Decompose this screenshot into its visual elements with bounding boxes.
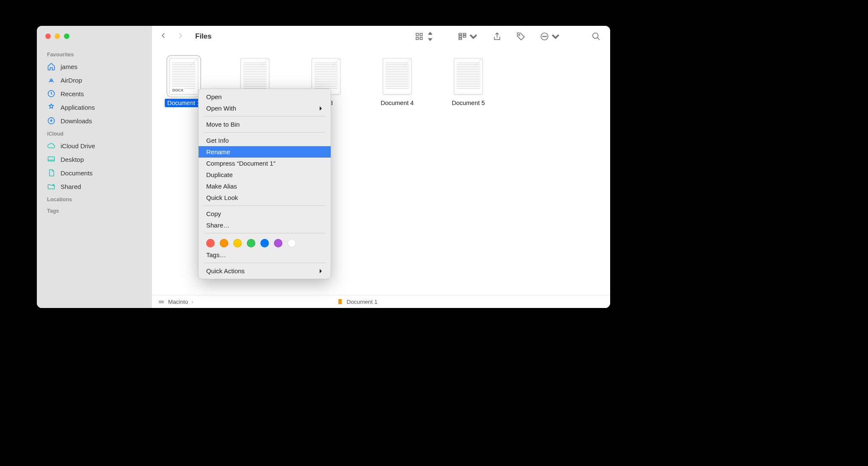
- menu-separator: [204, 116, 326, 116]
- menu-item-make-alias[interactable]: Make Alias: [199, 180, 331, 192]
- shared-folder-icon: [47, 182, 55, 191]
- tag-dot-orange[interactable]: [220, 239, 228, 247]
- menu-separator: [204, 233, 326, 233]
- menu-item-tags[interactable]: Tags…: [199, 249, 331, 261]
- sidebar-item-label: Applications: [61, 104, 95, 111]
- tag-dot-red[interactable]: [206, 239, 215, 247]
- view-mode-button[interactable]: [415, 32, 435, 41]
- file-label[interactable]: Document 1: [165, 99, 203, 107]
- sidebar-item-label: Desktop: [61, 156, 84, 163]
- sidebar-item-desktop[interactable]: Desktop: [37, 153, 152, 166]
- ellipsis-circle-icon: [540, 32, 549, 41]
- tag-button[interactable]: [516, 32, 525, 41]
- svg-rect-5: [416, 33, 419, 36]
- sidebar-item-applications[interactable]: Applications: [37, 100, 152, 114]
- sidebar-item-icloud-drive[interactable]: iCloud Drive: [37, 139, 152, 153]
- file-label[interactable]: Document 5: [449, 99, 487, 107]
- file-icon: DOCX: [169, 58, 198, 94]
- sidebar-item-documents[interactable]: Documents: [37, 166, 152, 180]
- svg-rect-10: [459, 36, 462, 37]
- tag-color-row: [199, 236, 331, 249]
- minimize-window-button[interactable]: [55, 33, 60, 39]
- menu-item-compress[interactable]: Compress “Document 1”: [199, 158, 331, 169]
- pathbar-file[interactable]: Document 1: [347, 299, 378, 305]
- file-label[interactable]: Document 4: [378, 99, 416, 107]
- svg-rect-3: [48, 157, 55, 161]
- sidebar-item-recents[interactable]: Recents: [37, 87, 152, 100]
- pathbar-disk[interactable]: Macinto: [168, 299, 188, 305]
- sidebar-section-favourites: Favourites: [37, 48, 152, 60]
- chevron-down-icon: [469, 32, 478, 41]
- pathbar: Macinto › Document 1: [152, 295, 610, 308]
- svg-rect-8: [420, 37, 423, 40]
- desktop-icon: [47, 155, 55, 164]
- menu-item-get-info[interactable]: Get Info: [199, 135, 331, 146]
- sidebar-section-locations: Locations: [37, 193, 152, 205]
- share-icon: [492, 32, 502, 41]
- group-button[interactable]: [458, 32, 478, 41]
- sidebar-item-label: Shared: [61, 183, 81, 190]
- forward-button[interactable]: [177, 32, 184, 41]
- group-icon: [458, 32, 467, 41]
- sidebar-item-home[interactable]: james: [37, 60, 152, 73]
- sidebar-item-label: james: [61, 63, 77, 70]
- menu-item-copy[interactable]: Copy: [199, 208, 331, 219]
- house-icon: [47, 62, 55, 71]
- sidebar-item-label: Downloads: [61, 117, 92, 125]
- menu-item-open-with[interactable]: Open With: [199, 103, 331, 114]
- search-button[interactable]: [592, 32, 601, 41]
- menu-item-quick-actions[interactable]: Quick Actions: [199, 265, 331, 277]
- airdrop-icon: [47, 76, 55, 84]
- sidebar-item-airdrop[interactable]: AirDrop: [37, 73, 152, 87]
- tag-icon: [516, 32, 525, 41]
- menu-item-move-to-bin[interactable]: Move to Bin: [199, 119, 331, 130]
- chevron-left-icon: [160, 32, 167, 39]
- menu-separator: [204, 132, 326, 133]
- tag-dot-none[interactable]: [287, 239, 296, 247]
- chevron-down-icon: [551, 32, 560, 41]
- toolbar: Files: [152, 26, 610, 47]
- svg-rect-9: [459, 33, 462, 35]
- tag-dot-yellow[interactable]: [233, 239, 242, 247]
- svg-point-18: [546, 36, 547, 37]
- tag-dot-purple[interactable]: [274, 239, 282, 247]
- svg-rect-20: [159, 300, 164, 303]
- svg-rect-21: [338, 299, 342, 304]
- menu-item-open[interactable]: Open: [199, 91, 331, 103]
- sidebar-item-label: AirDrop: [61, 77, 82, 84]
- svg-point-14: [519, 34, 520, 36]
- menu-item-quick-look[interactable]: Quick Look: [199, 192, 331, 203]
- disk-icon: [158, 298, 165, 305]
- svg-rect-12: [463, 33, 466, 35]
- svg-point-19: [593, 33, 598, 39]
- file-icon: [454, 58, 483, 94]
- grid-icon: [415, 32, 424, 41]
- zoom-window-button[interactable]: [64, 33, 69, 39]
- search-icon: [592, 32, 601, 41]
- close-window-button[interactable]: [45, 33, 51, 39]
- menu-item-share[interactable]: Share…: [199, 219, 331, 231]
- cloud-icon: [47, 141, 55, 150]
- sidebar-item-downloads[interactable]: Downloads: [37, 114, 152, 128]
- chevron-right-icon: [319, 269, 323, 274]
- menu-item-duplicate[interactable]: Duplicate: [199, 169, 331, 180]
- chevron-right-icon: [177, 32, 184, 39]
- updown-icon: [426, 32, 435, 41]
- sidebar-section-tags: Tags: [37, 205, 152, 216]
- download-icon: [47, 116, 55, 125]
- sidebar-item-label: Recents: [61, 90, 84, 97]
- applications-icon: [47, 103, 55, 111]
- menu-item-rename[interactable]: Rename: [199, 146, 331, 158]
- svg-rect-6: [420, 33, 423, 36]
- back-button[interactable]: [160, 32, 167, 41]
- sidebar-item-label: Documents: [61, 169, 93, 177]
- svg-point-16: [542, 36, 543, 37]
- share-button[interactable]: [492, 32, 502, 41]
- more-button[interactable]: [540, 32, 560, 41]
- tag-dot-blue[interactable]: [260, 239, 269, 247]
- sidebar-item-shared[interactable]: Shared: [37, 180, 152, 193]
- svg-point-17: [544, 36, 545, 37]
- file-item[interactable]: Document 5: [447, 58, 490, 107]
- file-item[interactable]: Document 4: [376, 58, 419, 107]
- tag-dot-green[interactable]: [247, 239, 255, 247]
